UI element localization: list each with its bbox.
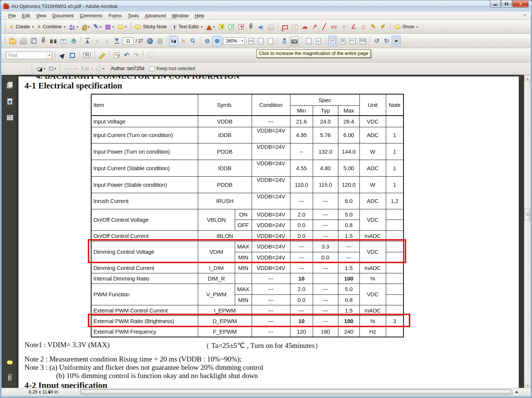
line-style-button[interactable]: ▾ <box>63 63 78 74</box>
text-edits-button[interactable]: Text Edits▾ <box>170 21 204 32</box>
snapshot-button[interactable] <box>290 36 299 46</box>
show-comments-button[interactable]: Show▾ <box>393 21 419 32</box>
vertical-scroll-thumb[interactable] <box>525 208 530 221</box>
undo-button[interactable]: ↶ <box>122 50 131 61</box>
find-input[interactable]: Find ▾ <box>6 52 52 59</box>
secure-button[interactable]: ▾ <box>81 21 91 32</box>
zoom-in-button[interactable]: ⊕ <box>212 36 222 46</box>
single-page-continuous-button[interactable] <box>328 36 337 46</box>
toolbar-close-icon[interactable]: × <box>524 13 526 17</box>
annotation-rect-pwm-ratio[interactable] <box>88 314 410 327</box>
keep-tool-checkbox[interactable] <box>150 66 154 71</box>
highlight-text-button[interactable] <box>217 21 226 32</box>
annotation-rect-dimming[interactable] <box>88 239 406 263</box>
email-button[interactable] <box>59 36 68 46</box>
sign-button[interactable]: ✎▾ <box>92 21 103 32</box>
redo-button[interactable]: ↷ <box>132 50 141 61</box>
actual-size-button[interactable] <box>246 36 255 46</box>
previous-view-button[interactable] <box>145 36 154 46</box>
horizontal-scroll-thumb[interactable] <box>81 390 511 394</box>
arrow-tool-button[interactable]: ↗ <box>310 21 319 32</box>
two-up-continuous-button[interactable] <box>348 36 357 46</box>
page-number-input[interactable] <box>123 37 133 45</box>
scroll-fit-width-button[interactable] <box>304 36 313 46</box>
fit-visible-button[interactable] <box>314 36 323 46</box>
bookmarks-panel-button[interactable] <box>4 96 15 106</box>
forms-button[interactable]: ▤▾ <box>104 21 115 32</box>
select-object-tool-button[interactable]: ▶ <box>58 50 67 61</box>
single-page-button[interactable] <box>338 36 347 46</box>
search-button[interactable] <box>49 36 58 46</box>
previous-page-button[interactable]: ↑ <box>93 36 102 46</box>
menu-help[interactable]: Help <box>192 12 208 19</box>
page-preview-button[interactable] <box>392 36 401 46</box>
callout-tool-button[interactable] <box>281 21 290 32</box>
pages-panel-button[interactable] <box>4 80 15 90</box>
sticky-note-button[interactable]: Sticky Note <box>133 21 169 32</box>
stamp-button[interactable]: ▾ <box>205 21 216 32</box>
last-page-button[interactable] <box>112 36 121 46</box>
fit-page-button[interactable] <box>266 36 275 46</box>
scroll-up-icon[interactable]: ▲ <box>525 75 530 81</box>
scroll-right-icon[interactable]: ▶ <box>516 390 518 394</box>
color-swatch-button[interactable]: ▾ <box>34 63 47 74</box>
collaborate-button[interactable]: ▾ <box>68 21 80 32</box>
menu-tools[interactable]: Tools <box>125 12 142 19</box>
line-tool-button[interactable]: ╱ <box>320 21 329 32</box>
horizontal-scrollbar[interactable] <box>80 389 512 395</box>
rectangle-tool-button[interactable]: ▭ <box>330 21 339 32</box>
open-button[interactable] <box>8 36 18 46</box>
pencil-eraser-tool-button[interactable]: ✐ <box>379 21 388 32</box>
next-page-button[interactable]: ↓ <box>102 36 112 46</box>
share-button[interactable] <box>69 36 78 46</box>
polygon-line-tool-button[interactable]: ∠ <box>349 21 358 32</box>
menu-window[interactable]: Window <box>169 12 191 19</box>
zoom-dropdown-icon[interactable]: ▾ <box>240 38 245 44</box>
create-button[interactable]: ★Create▾ <box>8 21 35 32</box>
spellcheck-button[interactable] <box>112 50 121 61</box>
page-number-field[interactable] <box>123 38 133 44</box>
title-bar[interactable]: AU Optronics T315HW01 v0.pdf - Adobe Acr… <box>0 0 532 12</box>
menu-edit[interactable]: Edit <box>19 12 33 19</box>
menu-forms[interactable]: Forms <box>105 12 125 19</box>
close-button[interactable]: × <box>512 0 529 8</box>
first-page-button[interactable] <box>83 36 92 46</box>
record-audio-comment-button[interactable]: ◀) <box>256 21 265 32</box>
oval-tool-button[interactable]: ○ <box>339 21 349 32</box>
menu-document[interactable]: Document <box>49 12 77 19</box>
signatures-panel-button[interactable] <box>4 113 15 122</box>
next-view-button[interactable] <box>155 36 164 46</box>
vertical-scrollbar[interactable]: ▲ ▼ <box>524 75 530 389</box>
find-dropdown-icon[interactable]: ▾ <box>47 52 52 59</box>
scroll-left-icon[interactable]: ◀ <box>47 390 50 394</box>
save-button[interactable] <box>29 36 38 46</box>
zoom-level-select[interactable]: 160% ▾ <box>223 37 245 45</box>
menu-file[interactable]: File <box>5 12 19 19</box>
minimize-button[interactable] <box>490 0 501 8</box>
polygon-tool-button[interactable]: ⌂ <box>359 21 368 32</box>
cloud-tool-button[interactable]: ☁ <box>300 21 309 32</box>
opacity-button[interactable]: ▾ <box>95 63 106 74</box>
scroll-down-icon[interactable]: ▼ <box>525 382 530 388</box>
comments-panel-button[interactable] <box>4 357 15 367</box>
restore-button[interactable] <box>501 0 512 8</box>
menu-view[interactable]: View <box>33 12 49 19</box>
border-color-button[interactable]: ▾ <box>47 63 58 74</box>
pencil-tool-button[interactable]: ✎ <box>369 21 378 32</box>
fit-width-button[interactable] <box>256 36 265 46</box>
attachments-panel-button[interactable] <box>4 374 15 383</box>
rotate-cw-button[interactable]: ↻ <box>382 36 391 46</box>
hand-tool-button[interactable]: ☞ <box>179 36 188 46</box>
crop-tool-button[interactable] <box>68 50 77 61</box>
touchup-text-button[interactable] <box>82 50 92 61</box>
combine-button[interactable]: +Combine▾ <box>36 21 67 32</box>
zoom-marquee-button[interactable] <box>189 36 198 46</box>
threed-tool-button[interactable] <box>280 36 289 46</box>
text-box-tool-button[interactable] <box>290 21 300 32</box>
line-weight-button[interactable]: 1 pt▾ <box>79 63 94 74</box>
rotate-ccw-button[interactable]: ↺ <box>372 36 381 46</box>
menu-comments[interactable]: Comments <box>77 12 105 19</box>
zoom-out-button[interactable]: ⊖ <box>203 36 212 46</box>
insert-text-button[interactable] <box>227 21 236 32</box>
print-button[interactable] <box>18 36 28 46</box>
